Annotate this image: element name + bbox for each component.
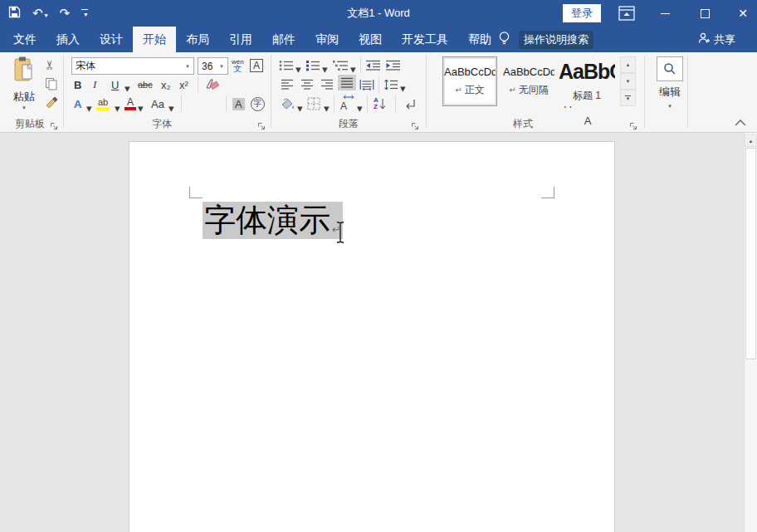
font-size-combo[interactable]: 36 ▾ bbox=[198, 57, 228, 75]
vertical-scrollbar[interactable]: ▲ bbox=[744, 133, 757, 532]
tab-mailings[interactable]: 邮件 bbox=[262, 27, 305, 52]
borders-icon[interactable] bbox=[307, 95, 320, 112]
paragraph-group-label: 段落 bbox=[320, 117, 378, 131]
tab-design[interactable]: 设计 bbox=[90, 27, 133, 52]
minimize-button[interactable] bbox=[651, 0, 679, 27]
align-left-icon[interactable] bbox=[281, 76, 294, 93]
document-area: 字体演示 ↵ ▲ bbox=[0, 133, 757, 532]
font-color-button[interactable]: A bbox=[125, 95, 136, 112]
bold-button[interactable]: B bbox=[74, 76, 81, 93]
shrink-font-button[interactable]: A bbox=[209, 112, 757, 129]
clipboard-dialog-launcher-icon[interactable] bbox=[50, 119, 58, 127]
font-color-caret-icon[interactable]: ▾ bbox=[138, 100, 144, 116]
styles-more-icon[interactable]: ▼ bbox=[620, 90, 636, 106]
asian-layout-caret-icon[interactable]: ▾ bbox=[357, 100, 363, 116]
signin-button[interactable]: 登录 bbox=[563, 4, 601, 22]
cut-icon[interactable]: ✂ bbox=[42, 60, 57, 71]
sort-button[interactable]: AZ bbox=[374, 95, 386, 112]
pilcrow-icon: ↵ bbox=[509, 85, 515, 95]
text-cursor-ibeam bbox=[335, 221, 345, 247]
bullets-icon[interactable] bbox=[279, 57, 294, 74]
font-name-combo[interactable]: 宋体 ▾ bbox=[71, 57, 194, 75]
decrease-indent-icon[interactable] bbox=[365, 57, 381, 74]
paste-label: 粘贴 bbox=[13, 90, 35, 105]
tab-review[interactable]: 审阅 bbox=[305, 27, 349, 52]
selected-text-run[interactable]: 字体演示 ↵ bbox=[203, 202, 343, 239]
change-case-caret-icon[interactable]: ▾ bbox=[168, 100, 174, 116]
phonetic-guide-button[interactable]: wén文 bbox=[232, 57, 244, 74]
show-hide-marks-icon[interactable] bbox=[403, 95, 417, 112]
tab-file[interactable]: 文件 bbox=[3, 27, 46, 52]
pilcrow-icon: ↵ bbox=[455, 85, 462, 95]
styles-dialog-launcher-icon[interactable] bbox=[629, 119, 637, 127]
scroll-up-icon[interactable]: ▲ bbox=[745, 134, 757, 147]
collapse-ribbon-icon[interactable] bbox=[734, 115, 747, 130]
borders-caret-icon[interactable]: ▾ bbox=[324, 100, 330, 116]
underline-caret-icon[interactable]: ▾ bbox=[125, 80, 130, 96]
highlight-caret-icon[interactable]: ▾ bbox=[115, 100, 120, 116]
share-cluster[interactable]: 共享 bbox=[697, 27, 735, 52]
distribute-icon[interactable] bbox=[359, 76, 374, 93]
copy-icon[interactable] bbox=[45, 77, 58, 94]
character-border-button[interactable]: A bbox=[250, 57, 263, 74]
subscript-button[interactable]: x₂ bbox=[161, 76, 171, 93]
clear-formatting-icon[interactable] bbox=[204, 76, 221, 93]
bullets-caret-icon[interactable]: ▾ bbox=[295, 61, 301, 77]
align-center-icon[interactable] bbox=[300, 76, 314, 93]
numbering-icon[interactable] bbox=[305, 57, 320, 74]
style-name-text: 正文 bbox=[465, 84, 485, 95]
tell-me-search[interactable]: 操作说明搜索 bbox=[519, 31, 593, 49]
document-page[interactable] bbox=[129, 141, 615, 532]
tab-layout[interactable]: 布局 bbox=[176, 27, 219, 52]
change-case-button[interactable]: Aa bbox=[151, 95, 164, 112]
styles-scroll-up-icon[interactable]: ▲ bbox=[620, 56, 636, 73]
tab-view[interactable]: 视图 bbox=[349, 27, 392, 52]
tab-references[interactable]: 引用 bbox=[219, 27, 262, 52]
font-dialog-launcher-icon[interactable] bbox=[257, 119, 266, 127]
paragraph-dialog-launcher-icon[interactable] bbox=[411, 119, 419, 127]
font-size-value: 36 bbox=[198, 61, 216, 72]
tab-insert[interactable]: 插入 bbox=[46, 27, 90, 52]
paragraph-divider bbox=[378, 76, 379, 93]
shading-bucket-icon[interactable] bbox=[279, 95, 295, 112]
italic-button[interactable]: I bbox=[93, 76, 96, 93]
multilevel-list-icon[interactable] bbox=[332, 57, 349, 74]
text-effects-caret-icon[interactable]: ▾ bbox=[86, 100, 92, 116]
paste-button[interactable]: 粘贴 ▾ bbox=[7, 56, 42, 112]
line-spacing-icon[interactable] bbox=[383, 76, 398, 93]
font-divider bbox=[181, 95, 182, 112]
paragraph-divider bbox=[395, 95, 396, 112]
shading-caret-icon[interactable]: ▾ bbox=[297, 100, 303, 116]
text-effects-button[interactable]: A bbox=[74, 95, 81, 112]
superscript-button[interactable]: x² bbox=[179, 76, 188, 93]
style-no-spacing[interactable]: AaBbCcDd ↵ 无间隔 bbox=[501, 56, 556, 106]
align-right-icon[interactable] bbox=[320, 76, 334, 93]
numbering-caret-icon[interactable]: ▾ bbox=[322, 61, 328, 77]
tab-developer[interactable]: 开发工具 bbox=[392, 27, 458, 52]
sort-z-label: Z bbox=[374, 104, 378, 110]
style-normal[interactable]: AaBbCcDd ↵ 正文 bbox=[442, 56, 497, 106]
maximize-button[interactable] bbox=[691, 0, 719, 27]
tab-help[interactable]: 帮助 bbox=[458, 27, 501, 52]
line-spacing-caret-icon[interactable]: ▾ bbox=[400, 80, 406, 96]
strikethrough-button[interactable]: abc bbox=[138, 76, 153, 93]
tab-home[interactable]: 开始 bbox=[133, 27, 176, 52]
styles-scroll-down-icon[interactable]: ▼ bbox=[620, 73, 636, 90]
ribbon-display-options-icon[interactable] bbox=[618, 6, 635, 21]
character-border-label: A bbox=[250, 59, 263, 72]
justify-icon[interactable] bbox=[338, 75, 356, 90]
enclose-characters-button[interactable]: 字 bbox=[251, 95, 265, 112]
edit-menu-button[interactable]: 编辑 ▾ bbox=[652, 56, 687, 110]
scrollbar-thumb[interactable] bbox=[745, 148, 756, 359]
increase-indent-icon[interactable] bbox=[385, 57, 401, 74]
highlight-label: ab bbox=[98, 98, 108, 107]
asian-layout-button[interactable]: A bbox=[340, 95, 347, 112]
share-person-icon bbox=[697, 32, 711, 47]
style-heading1[interactable]: AaBbCcDd 标题 1 bbox=[558, 56, 616, 106]
tell-me-cluster: 操作说明搜索 bbox=[498, 27, 593, 52]
close-button[interactable]: ✕ bbox=[729, 0, 757, 27]
format-painter-icon[interactable] bbox=[45, 95, 59, 113]
highlight-button[interactable]: ab bbox=[96, 95, 110, 112]
underline-button[interactable]: U bbox=[111, 76, 119, 93]
character-shading-button[interactable]: A bbox=[232, 95, 245, 112]
